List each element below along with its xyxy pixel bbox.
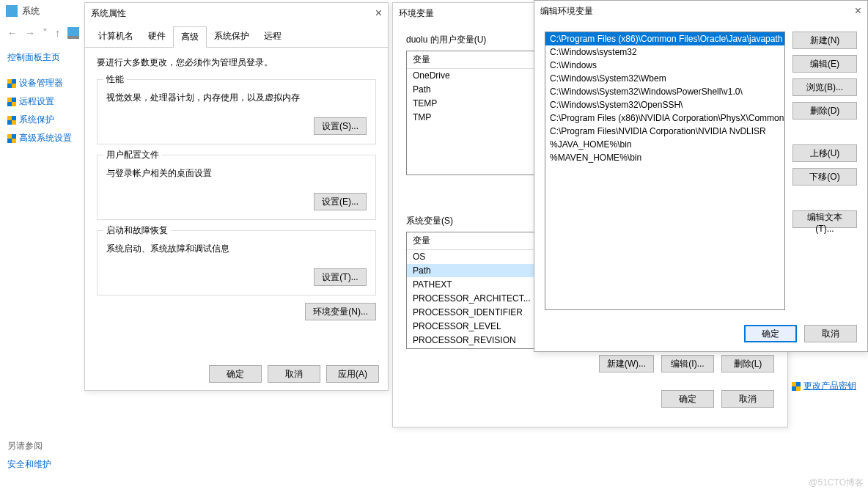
- admin-notice: 要进行大多数更改，您必须作为管理员登录。: [97, 56, 376, 69]
- cp-title: 系统: [22, 5, 40, 18]
- path-listbox[interactable]: C:\Program Files (x86)\Common Files\Orac…: [545, 32, 785, 310]
- move-up-button[interactable]: 上移(U): [792, 144, 857, 162]
- svg-rect-14: [7, 134, 12, 139]
- env-ok-button[interactable]: 确定: [661, 390, 714, 408]
- monitor-icon: [67, 27, 79, 39]
- ok-button[interactable]: 确定: [209, 365, 262, 383]
- browse-button[interactable]: 浏览(B)...: [792, 78, 857, 96]
- list-item[interactable]: C:\Program Files (x86)\NVIDIA Corporatio…: [545, 111, 784, 125]
- svg-rect-2: [7, 79, 12, 84]
- cancel-button[interactable]: 取消: [268, 365, 320, 383]
- svg-rect-4: [7, 84, 12, 88]
- cp-see-also: 另请参阅 安全和维护: [7, 440, 51, 471]
- svg-rect-6: [7, 98, 12, 102]
- edit-env-var-dialog: 编辑环境变量 × C:\Program Files (x86)\Common F…: [534, 0, 868, 352]
- shield-icon: [7, 79, 16, 88]
- list-item[interactable]: C:\Windows: [545, 59, 784, 72]
- svg-rect-5: [12, 84, 16, 88]
- svg-rect-8: [7, 102, 12, 106]
- close-icon[interactable]: ×: [855, 4, 861, 18]
- shield-icon: [7, 98, 16, 106]
- svg-rect-15: [12, 134, 16, 139]
- svg-rect-20: [792, 386, 796, 391]
- perf-settings-button[interactable]: 设置(S)...: [314, 117, 367, 135]
- new-entry-button[interactable]: 新建(N): [792, 32, 857, 49]
- svg-rect-7: [12, 98, 16, 102]
- editvar-cancel-button[interactable]: 取消: [804, 325, 857, 342]
- svg-rect-0: [67, 27, 79, 36]
- list-item[interactable]: C:\Windows\System32\WindowsPowerShell\v1…: [545, 85, 784, 98]
- startup-recovery-group: 启动和故障恢复 系统启动、系统故障和调试信息 设置(T)...: [97, 230, 376, 295]
- sysprop-tabs: 计算机名 硬件 高级 系统保护 远程: [85, 26, 388, 48]
- editvar-ok-button[interactable]: 确定: [744, 325, 797, 342]
- cp-home-link[interactable]: 控制面板主页: [7, 51, 77, 64]
- list-item[interactable]: C:\Windows\System32\Wbem: [545, 72, 784, 85]
- tab-hardware[interactable]: 硬件: [141, 26, 173, 47]
- list-item[interactable]: C:\Program Files\NVIDIA Corporation\NVID…: [545, 125, 784, 138]
- svg-rect-3: [12, 79, 16, 84]
- list-item[interactable]: C:\Program Files (x86)\Common Files\Orac…: [545, 32, 784, 45]
- sys-edit-button[interactable]: 编辑(I)...: [661, 355, 714, 372]
- svg-rect-10: [7, 116, 12, 120]
- system-properties-dialog: 系统属性 × 计算机名 硬件 高级 系统保护 远程 要进行大多数更改，您必须作为…: [84, 2, 389, 391]
- svg-rect-21: [796, 386, 801, 391]
- sidebar-link-remote[interactable]: 远程设置: [7, 95, 77, 108]
- svg-rect-18: [792, 382, 796, 386]
- sidebar-link-advanced[interactable]: 高级系统设置: [7, 132, 77, 144]
- tab-advanced[interactable]: 高级: [173, 26, 207, 48]
- user-profile-group: 用户配置文件 与登录帐户相关的桌面设置 设置(E)...: [97, 155, 376, 220]
- env-vars-button[interactable]: 环境变量(N)...: [305, 303, 376, 320]
- performance-group: 性能 视觉效果，处理器计划，内存使用，以及虚拟内存 设置(S)...: [97, 79, 376, 144]
- security-maintenance-link[interactable]: 安全和维护: [7, 458, 51, 471]
- edit-text-button[interactable]: 编辑文本(T)...: [792, 210, 857, 228]
- list-item[interactable]: %MAVEN_HOME%\bin: [545, 151, 784, 164]
- svg-rect-13: [12, 120, 16, 125]
- change-product-key-link[interactable]: 更改产品密钥: [792, 380, 856, 392]
- shield-icon: [7, 134, 16, 143]
- forward-icon[interactable]: →: [25, 27, 35, 39]
- delete-entry-button[interactable]: 删除(D): [792, 102, 857, 120]
- svg-rect-16: [7, 139, 12, 143]
- profile-settings-button[interactable]: 设置(E)...: [314, 193, 367, 210]
- sys-new-button[interactable]: 新建(W)...: [599, 355, 654, 372]
- svg-rect-19: [796, 382, 801, 386]
- shield-icon: [7, 116, 16, 125]
- sys-delete-button[interactable]: 删除(L): [721, 355, 774, 372]
- dropdown-icon[interactable]: ˅: [43, 27, 48, 39]
- env-cancel-button[interactable]: 取消: [721, 390, 774, 408]
- sidebar-link-device-manager[interactable]: 设备管理器: [7, 77, 77, 89]
- tab-remote[interactable]: 远程: [257, 26, 289, 47]
- close-icon[interactable]: ×: [375, 7, 382, 20]
- list-item[interactable]: C:\Windows\System32\OpenSSH\: [545, 98, 784, 111]
- list-item[interactable]: %JAVA_HOME%\bin: [545, 138, 784, 151]
- tab-protection[interactable]: 系统保护: [207, 26, 257, 47]
- system-icon: [6, 5, 18, 17]
- move-down-button[interactable]: 下移(O): [792, 168, 857, 186]
- startup-settings-button[interactable]: 设置(T)...: [314, 268, 367, 286]
- watermark: @51CTO博客: [809, 477, 864, 489]
- sysprop-titlebar: 系统属性 ×: [85, 3, 388, 23]
- edit-entry-button[interactable]: 编辑(E): [792, 55, 857, 73]
- apply-button[interactable]: 应用(A): [326, 365, 379, 383]
- svg-rect-9: [12, 102, 16, 106]
- shield-icon: [792, 382, 801, 391]
- tab-computer-name[interactable]: 计算机名: [91, 26, 141, 47]
- up-icon[interactable]: ↑: [55, 27, 60, 39]
- editvar-titlebar: 编辑环境变量 ×: [534, 1, 867, 21]
- list-item[interactable]: C:\Windows\system32: [545, 45, 784, 59]
- svg-rect-12: [7, 120, 12, 125]
- sidebar-link-protection[interactable]: 系统保护: [7, 114, 77, 126]
- back-icon[interactable]: ←: [7, 27, 18, 39]
- svg-rect-11: [12, 116, 16, 120]
- cp-sidebar: 控制面板主页 设备管理器 远程设置 系统保护 高级系统设置: [0, 44, 84, 158]
- svg-rect-1: [67, 36, 79, 39]
- svg-rect-17: [12, 139, 16, 143]
